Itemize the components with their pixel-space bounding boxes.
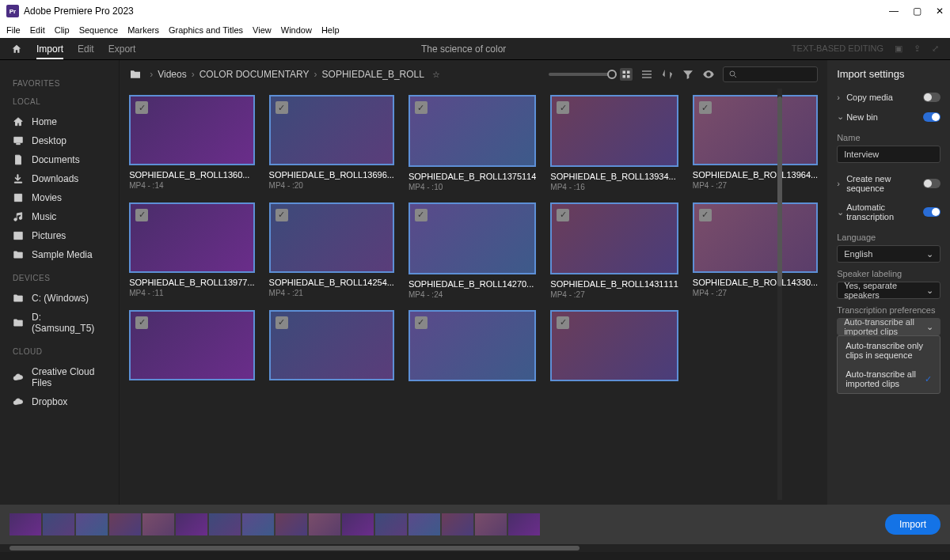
clip-card[interactable]: ✓SOPHIEDALE_B_ROLL13934...MP4 - :16 xyxy=(550,95,678,191)
clip-card[interactable]: ✓SOPHIEDALE_B_ROLL13977...MP4 - :11 xyxy=(129,202,254,299)
clip-thumbnail[interactable]: ✓ xyxy=(550,310,678,382)
menu-graphics-and-titles[interactable]: Graphics and Titles xyxy=(169,25,243,35)
menu-help[interactable]: Help xyxy=(321,25,340,35)
clip-thumbnail[interactable]: ✓ xyxy=(269,310,394,380)
queue-thumbnail[interactable] xyxy=(142,513,174,535)
directory-icon[interactable] xyxy=(129,68,142,81)
queue-thumbnail[interactable] xyxy=(475,513,507,535)
sidebar-item-movies[interactable]: Movies xyxy=(13,188,106,207)
minimize-icon[interactable]: — xyxy=(889,6,899,17)
queue-thumbnail[interactable] xyxy=(442,513,473,535)
breadcrumb-segment[interactable]: COLOR DOCUMENTARY xyxy=(200,69,310,80)
section-copy-media[interactable]: › Copy media xyxy=(837,88,940,107)
sidebar-item-dropbox[interactable]: Dropbox xyxy=(13,392,106,411)
sidebar-item-downloads[interactable]: Downloads xyxy=(13,169,106,188)
sidebar-item-documents[interactable]: Documents xyxy=(13,150,106,169)
language-select[interactable]: English⌄ xyxy=(837,245,940,263)
section-create-sequence[interactable]: › Create new sequence xyxy=(837,169,940,198)
clip-checkbox[interactable]: ✓ xyxy=(276,101,288,114)
menu-file[interactable]: File xyxy=(6,25,21,35)
tab-import[interactable]: Import xyxy=(36,44,63,59)
clip-thumbnail[interactable]: ✓ xyxy=(408,95,536,167)
sidebar-item-d-samsung-t5-[interactable]: D: (Samsung_T5) xyxy=(13,308,106,338)
menu-edit[interactable]: Edit xyxy=(30,25,45,35)
close-icon[interactable]: ✕ xyxy=(936,6,944,17)
sidebar-item-creative-cloud-files[interactable]: Creative Cloud Files xyxy=(13,362,106,392)
menu-view[interactable]: View xyxy=(253,25,272,35)
clip-thumbnail[interactable]: ✓ xyxy=(550,95,678,167)
clip-thumbnail[interactable]: ✓ xyxy=(550,202,678,274)
clip-card[interactable]: ✓SOPHIEDALE_B_ROLL14254...MP4 - :21 xyxy=(269,202,394,299)
sidebar-item-pictures[interactable]: Pictures xyxy=(13,226,106,245)
toggle-copy-media[interactable] xyxy=(923,93,940,102)
clip-checkbox[interactable]: ✓ xyxy=(276,316,288,329)
queue-thumbnail[interactable] xyxy=(375,513,407,535)
clip-card[interactable]: ✓SOPHIEDALE_B_ROLL14270...MP4 - :24 xyxy=(408,202,536,299)
bin-name-input[interactable]: Interview xyxy=(837,146,940,163)
clip-card[interactable]: ✓SOPHIEDALE_B_ROLL1431111MP4 - :27 xyxy=(550,202,678,299)
clip-checkbox[interactable]: ✓ xyxy=(699,101,712,114)
section-auto-transcription[interactable]: ⌄ Automatic transcription xyxy=(837,198,940,226)
filter-icon[interactable] xyxy=(682,68,694,81)
breadcrumb[interactable]: ›Videos›COLOR DOCUMENTARY›SOPHIEDALE_B_R… xyxy=(150,69,424,80)
clip-card[interactable]: ✓ xyxy=(408,310,536,382)
quick-export-icon[interactable]: ▣ xyxy=(895,44,902,54)
queue-thumbnail[interactable] xyxy=(276,513,307,535)
maximize-icon[interactable]: ▢ xyxy=(913,6,922,17)
list-view-icon[interactable] xyxy=(640,68,653,81)
menu-clip[interactable]: Clip xyxy=(55,25,70,35)
queue-thumbnail[interactable] xyxy=(43,513,74,535)
toggle-auto-transcription[interactable] xyxy=(923,207,940,217)
toggle-create-sequence[interactable] xyxy=(923,179,940,188)
dropdown-option[interactable]: Auto-transcribe all imported clips✓ xyxy=(838,365,940,393)
queue-thumbnail[interactable] xyxy=(408,513,440,535)
breadcrumb-segment[interactable]: SOPHIEDALE_B_ROLL xyxy=(322,69,424,80)
sort-icon[interactable] xyxy=(661,68,674,81)
queue-thumbnail[interactable] xyxy=(342,513,374,535)
strip-scrollbar[interactable] xyxy=(0,544,950,552)
clip-thumbnail[interactable]: ✓ xyxy=(408,310,536,382)
transcription-dropdown[interactable]: Auto-transcribe only clips in sequenceAu… xyxy=(837,335,940,394)
share-icon[interactable]: ⇪ xyxy=(914,44,921,54)
clip-thumbnail[interactable]: ✓ xyxy=(693,202,818,273)
tab-edit[interactable]: Edit xyxy=(78,44,94,55)
clip-checkbox[interactable]: ✓ xyxy=(135,209,148,221)
queue-thumbnail[interactable] xyxy=(109,513,141,535)
clip-checkbox[interactable]: ✓ xyxy=(276,209,288,221)
clip-checkbox[interactable]: ✓ xyxy=(557,316,569,329)
search-input[interactable] xyxy=(723,66,818,82)
queue-thumbnail[interactable] xyxy=(176,513,207,535)
clip-card[interactable]: ✓SOPHIEDALE_B_ROLL1360...MP4 - :14 xyxy=(129,95,254,191)
clip-thumbnail[interactable]: ✓ xyxy=(269,95,394,165)
clip-card[interactable]: ✓SOPHIEDALE_B_ROLL14330...MP4 - :27 xyxy=(693,202,818,299)
clip-card[interactable]: ✓ xyxy=(129,310,254,382)
clip-thumbnail[interactable]: ✓ xyxy=(129,310,254,380)
queue-thumbnail[interactable] xyxy=(242,513,274,535)
dropdown-option[interactable]: Auto-transcribe only clips in sequence xyxy=(838,336,940,365)
grid-scrollbar[interactable] xyxy=(777,89,782,500)
clip-checkbox[interactable]: ✓ xyxy=(415,209,428,221)
grid-view-icon[interactable] xyxy=(620,68,633,81)
speaker-select[interactable]: Yes, separate speakers⌄ xyxy=(837,282,940,299)
tab-export[interactable]: Export xyxy=(108,44,136,55)
sidebar-item-home[interactable]: Home xyxy=(13,112,106,131)
sidebar-item-desktop[interactable]: Desktop xyxy=(13,131,106,150)
queue-thumbnail[interactable] xyxy=(309,513,340,535)
clip-checkbox[interactable]: ✓ xyxy=(557,101,569,114)
clip-checkbox[interactable]: ✓ xyxy=(415,101,428,114)
queue-thumbnail[interactable] xyxy=(209,513,241,535)
clip-card[interactable]: ✓SOPHIEDALE_B_ROLL13964...MP4 - :27 xyxy=(693,95,818,191)
clip-card[interactable]: ✓ xyxy=(269,310,394,382)
star-icon[interactable]: ☆ xyxy=(432,70,440,80)
section-new-bin[interactable]: ⌄ New bin xyxy=(837,107,940,127)
clip-thumbnail[interactable]: ✓ xyxy=(129,95,254,165)
sidebar-item-sample-media[interactable]: Sample Media xyxy=(13,245,106,264)
fullscreen-icon[interactable]: ⤢ xyxy=(932,44,939,54)
clip-checkbox[interactable]: ✓ xyxy=(415,316,428,329)
clip-card[interactable]: ✓SOPHIEDALE_B_ROLL13696...MP4 - :20 xyxy=(269,95,394,191)
clip-checkbox[interactable]: ✓ xyxy=(699,209,712,221)
clip-thumbnail[interactable]: ✓ xyxy=(408,202,536,274)
menu-markers[interactable]: Markers xyxy=(127,25,159,35)
clip-thumbnail[interactable]: ✓ xyxy=(693,95,818,165)
queue-thumbnail[interactable] xyxy=(76,513,108,535)
